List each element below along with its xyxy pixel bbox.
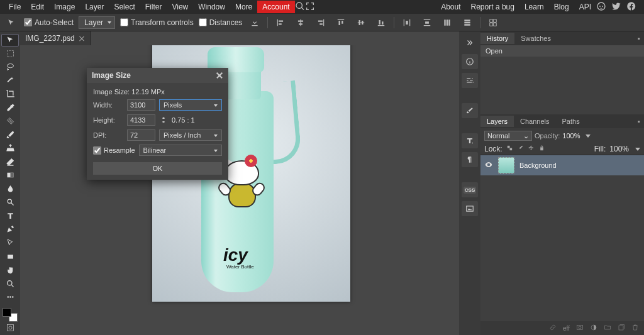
history-item[interactable]: Open	[480, 45, 644, 57]
layer-mask-icon[interactable]	[576, 324, 584, 333]
dpi-unit-dropdown[interactable]: Pixels / Inch	[159, 129, 222, 141]
distribute-v-icon[interactable]	[419, 16, 435, 30]
lock-image-icon[interactable]	[517, 145, 524, 153]
menu-file[interactable]: File	[4, 1, 26, 13]
link-layers-icon[interactable]	[549, 324, 557, 333]
auto-select-checkbox[interactable]: Auto-Select	[24, 18, 74, 27]
tool-eraser[interactable]	[1, 156, 19, 168]
reddit-icon[interactable]	[596, 1, 606, 13]
delete-layer-icon[interactable]	[631, 324, 639, 333]
canvas-viewport[interactable]: icy Water Bottle	[20, 45, 459, 335]
brush-panel-icon[interactable]	[462, 103, 478, 118]
tool-shape[interactable]	[1, 250, 19, 263]
layer-row-background[interactable]: Background	[480, 155, 644, 175]
menu-report-bug[interactable]: Report a bug	[466, 1, 519, 13]
character-panel-icon[interactable]	[462, 133, 478, 148]
adjustments-panel-icon[interactable]	[462, 73, 478, 88]
menu-select[interactable]: Select	[109, 1, 140, 13]
facebook-icon[interactable]	[626, 1, 636, 13]
tool-blur[interactable]	[1, 183, 19, 195]
close-tab-icon[interactable]	[79, 35, 85, 41]
tool-move[interactable]	[1, 34, 19, 47]
dialog-titlebar[interactable]: Image Size	[87, 68, 228, 83]
collapse-sidebar-icon[interactable]	[462, 35, 478, 50]
tool-pen[interactable]	[1, 223, 19, 236]
dialog-close-icon[interactable]	[216, 72, 223, 79]
color-swatches[interactable]	[3, 308, 18, 321]
lock-position-icon[interactable]	[528, 145, 535, 153]
tool-zoom[interactable]	[1, 277, 19, 290]
document-tab[interactable]: IMG_2237.psd	[20, 31, 91, 45]
menu-filter[interactable]: Filter	[140, 1, 167, 13]
layer-name[interactable]: Background	[519, 162, 557, 169]
menu-more[interactable]: More	[230, 1, 257, 13]
resample-method-dropdown[interactable]: Bilinear	[139, 145, 222, 156]
tool-crop[interactable]	[1, 88, 19, 101]
constrain-proportions-icon[interactable]	[159, 116, 168, 124]
image-panel-icon[interactable]	[462, 201, 478, 216]
blend-mode-dropdown[interactable]: Normal⌄	[484, 131, 532, 141]
menu-layer[interactable]: Layer	[80, 1, 109, 13]
fullscreen-icon[interactable]	[305, 1, 315, 13]
layers-panel-menu-icon[interactable]: ▪	[634, 118, 644, 125]
menu-window[interactable]: Window	[193, 1, 230, 13]
layer-visibility-icon[interactable]	[484, 160, 493, 171]
menu-account[interactable]: Account	[257, 1, 294, 13]
fill-dropdown-icon[interactable]	[635, 148, 640, 151]
tool-gradient[interactable]	[1, 169, 19, 182]
dpi-input[interactable]	[127, 129, 155, 141]
distribute-spacing-h-icon[interactable]	[440, 16, 455, 30]
tool-brush[interactable]	[1, 129, 19, 141]
lock-all-icon[interactable]	[538, 145, 545, 153]
align-bottom-icon[interactable]	[374, 16, 389, 30]
height-input[interactable]	[127, 114, 155, 126]
ok-button[interactable]: OK	[93, 162, 222, 175]
tool-type[interactable]	[1, 210, 19, 222]
css-panel-icon[interactable]: CSS	[462, 182, 478, 197]
menu-api[interactable]: API	[574, 1, 596, 13]
search-icon[interactable]	[295, 1, 305, 13]
twitter-icon[interactable]	[611, 1, 621, 13]
resample-checkbox[interactable]: Resample	[93, 146, 135, 155]
menu-learn[interactable]: Learn	[519, 1, 549, 13]
menu-edit[interactable]: Edit	[26, 1, 49, 13]
tab-history[interactable]: History	[480, 33, 514, 44]
paragraph-panel-icon[interactable]	[462, 152, 478, 167]
opacity-value[interactable]: 100%	[562, 132, 580, 140]
history-panel-menu-icon[interactable]: ▪	[634, 35, 644, 42]
align-left-icon[interactable]	[273, 16, 288, 30]
tool-quickmask[interactable]	[1, 322, 19, 334]
new-group-icon[interactable]	[604, 324, 611, 333]
adjustment-layer-icon[interactable]	[590, 324, 597, 333]
tool-more[interactable]	[1, 291, 19, 304]
tool-hand[interactable]	[1, 264, 19, 277]
align-right-icon[interactable]	[313, 16, 328, 30]
tool-lasso[interactable]	[1, 61, 19, 74]
layer-group-dropdown[interactable]: Layer	[79, 16, 115, 29]
align-top-icon[interactable]	[333, 16, 348, 30]
opacity-dropdown-icon[interactable]	[586, 135, 591, 138]
align-middle-v-icon[interactable]	[353, 16, 369, 30]
width-input[interactable]	[127, 99, 155, 111]
distances-checkbox[interactable]: Distances	[199, 18, 243, 27]
tab-paths[interactable]: Paths	[556, 116, 586, 127]
tool-healing[interactable]	[1, 115, 19, 128]
tab-channels[interactable]: Channels	[514, 116, 555, 127]
fill-value[interactable]: 100%	[609, 145, 629, 153]
tool-rect-select[interactable]	[1, 48, 19, 60]
tab-swatches[interactable]: Swatches	[514, 33, 557, 44]
transform-controls-checkbox[interactable]: Transform controls	[120, 18, 194, 27]
distribute-h-icon[interactable]	[399, 16, 414, 30]
align-center-h-icon[interactable]	[293, 16, 308, 30]
pixel-grid-icon[interactable]	[486, 16, 501, 30]
download-icon[interactable]	[247, 16, 262, 30]
new-layer-icon[interactable]	[618, 324, 625, 333]
menu-blog[interactable]: Blog	[549, 1, 574, 13]
tab-layers[interactable]: Layers	[480, 116, 514, 127]
foreground-color-swatch[interactable]	[3, 308, 11, 317]
menu-image[interactable]: Image	[49, 1, 80, 13]
layer-effects-icon[interactable]: eff	[563, 325, 570, 332]
distribute-spacing-v-icon[interactable]	[460, 16, 475, 30]
info-panel-icon[interactable]	[462, 54, 478, 69]
width-unit-dropdown[interactable]: Pixels	[159, 99, 222, 111]
